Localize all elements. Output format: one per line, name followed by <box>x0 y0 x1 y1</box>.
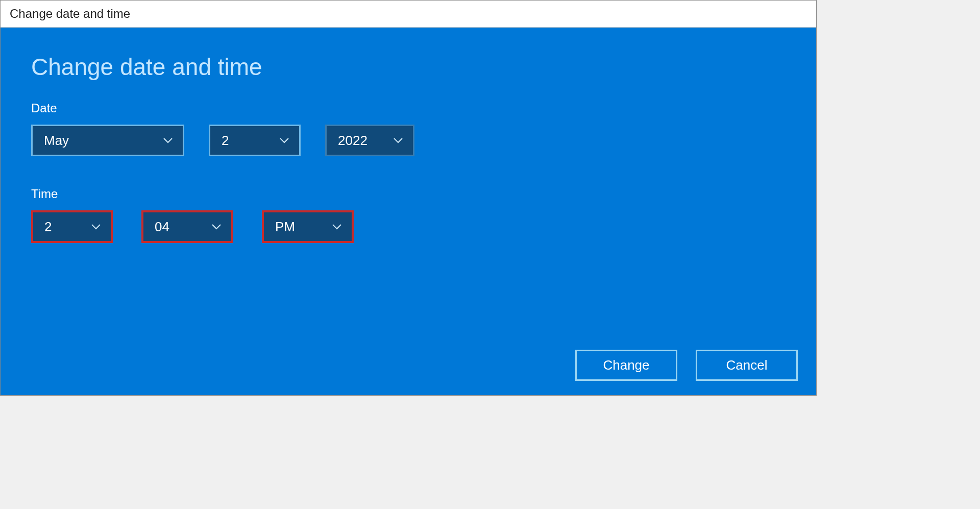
dialog-button-row: Change Cancel <box>575 350 798 381</box>
chevron-down-icon <box>279 135 290 146</box>
chevron-down-icon <box>162 135 174 146</box>
time-section: Time 2 04 PM <box>31 187 786 243</box>
change-date-time-dialog: Change date and time Change date and tim… <box>0 0 817 396</box>
ampm-dropdown[interactable]: PM <box>262 210 354 243</box>
day-dropdown[interactable]: 2 <box>209 125 301 156</box>
date-section-label: Date <box>31 101 786 115</box>
year-value: 2022 <box>338 133 388 149</box>
chevron-down-icon <box>211 221 222 232</box>
month-dropdown[interactable]: May <box>31 125 184 156</box>
minute-dropdown[interactable]: 04 <box>141 210 233 243</box>
change-button[interactable]: Change <box>575 350 677 381</box>
hour-value: 2 <box>44 219 86 235</box>
chevron-down-icon <box>393 135 404 146</box>
day-value: 2 <box>222 133 275 149</box>
hour-dropdown[interactable]: 2 <box>31 210 113 243</box>
window-titlebar: Change date and time <box>1 1 816 28</box>
window-title-text: Change date and time <box>10 7 130 20</box>
chevron-down-icon <box>90 221 102 232</box>
month-value: May <box>44 133 158 149</box>
year-dropdown[interactable]: 2022 <box>325 125 414 156</box>
date-dropdown-row: May 2 2022 <box>31 125 786 156</box>
ampm-value: PM <box>275 219 327 235</box>
minute-value: 04 <box>155 219 207 235</box>
dialog-body: Change date and time Date May 2 2022 <box>1 28 816 395</box>
dialog-heading: Change date and time <box>31 53 786 81</box>
cancel-button[interactable]: Cancel <box>696 350 798 381</box>
time-section-label: Time <box>31 187 786 201</box>
time-dropdown-row: 2 04 PM <box>31 210 786 243</box>
chevron-down-icon <box>331 221 342 232</box>
